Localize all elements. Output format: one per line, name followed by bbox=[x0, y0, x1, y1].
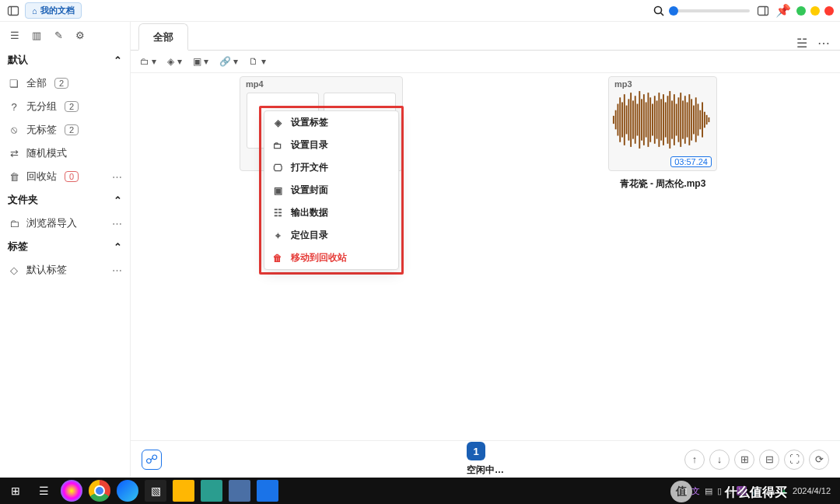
svg-rect-25 bbox=[654, 96, 656, 144]
scroll-up-button[interactable]: ↑ bbox=[684, 450, 705, 470]
chevron-down-icon: ⌃ bbox=[114, 194, 122, 206]
tray-usb-icon[interactable]: ⎋ bbox=[726, 486, 732, 495]
type-filter[interactable]: ▣ ▾ bbox=[193, 56, 208, 67]
ctx-locate-folder[interactable]: ⌖定位目录 bbox=[264, 224, 398, 247]
link-mode-button[interactable]: ☍ bbox=[142, 450, 162, 470]
app2-icon[interactable] bbox=[201, 480, 222, 502]
tray-lang-icon[interactable]: 文 bbox=[691, 485, 700, 497]
maximize-button[interactable] bbox=[810, 6, 820, 16]
ctx-export-data[interactable]: ☷输出数据 bbox=[264, 201, 398, 224]
dashboard-icon[interactable]: ▥ bbox=[30, 28, 44, 42]
brush-icon[interactable]: ✎ bbox=[51, 28, 65, 42]
more-icon[interactable]: ⋯ bbox=[112, 218, 122, 229]
file-filter[interactable]: 🗋 ▾ bbox=[249, 56, 265, 67]
ctx-set-cover[interactable]: ▣设置封面 bbox=[264, 179, 398, 201]
svg-rect-44 bbox=[695, 97, 697, 142]
my-documents-chip[interactable]: ⌂ 我的文档 bbox=[25, 2, 82, 19]
close-button[interactable] bbox=[824, 6, 834, 16]
page-number[interactable]: 1 bbox=[467, 442, 485, 460]
svg-rect-6 bbox=[613, 116, 614, 124]
scroll-down-button[interactable]: ↓ bbox=[709, 450, 730, 470]
section-folders[interactable]: 文件夹 ⌃ bbox=[0, 188, 130, 212]
folder-filter[interactable]: 🗀 ▾ bbox=[140, 56, 156, 67]
app3-icon[interactable] bbox=[229, 480, 250, 502]
all-icon: ❏ bbox=[8, 78, 20, 89]
context-menu-highlight: ◈设置标签 🗀设置目录 🖵打开文件 ▣设置封面 ☷输出数据 ⌖定位目录 🗑移动到… bbox=[259, 106, 404, 275]
task-view-icon[interactable]: ☰ bbox=[33, 480, 54, 502]
panel-icon[interactable] bbox=[756, 4, 770, 18]
svg-rect-7 bbox=[615, 110, 617, 130]
ctx-label: 输出数据 bbox=[291, 206, 328, 219]
type-tag: mp4 bbox=[242, 79, 268, 89]
more-icon[interactable]: ⋯ bbox=[112, 171, 122, 183]
app-icon[interactable]: ▧ bbox=[145, 480, 166, 502]
tag-filter[interactable]: ◈ ▾ bbox=[167, 56, 181, 67]
sidebar-item-label: 随机模式 bbox=[26, 146, 67, 160]
edge-icon[interactable] bbox=[117, 480, 138, 502]
section-tags[interactable]: 标签 ⌃ bbox=[0, 235, 130, 258]
sidebar-item-random[interactable]: ⇄ 随机模式 bbox=[0, 142, 130, 165]
svg-rect-29 bbox=[663, 94, 664, 145]
menu-icon[interactable]: ☰ bbox=[8, 28, 22, 42]
explorer-icon[interactable] bbox=[173, 480, 194, 502]
fullscreen-button[interactable]: ⛶ bbox=[784, 450, 804, 470]
window-controls bbox=[796, 6, 834, 16]
link-filter[interactable]: 🔗 ▾ bbox=[219, 56, 238, 67]
tab-all[interactable]: 全部 bbox=[138, 23, 188, 51]
tray-v-icon[interactable]: V bbox=[737, 486, 747, 495]
ctx-label: 设置目录 bbox=[291, 138, 328, 152]
tray-network-icon[interactable]: ▭ bbox=[767, 486, 775, 496]
media-card-mp3[interactable]: mp3 03:57.24 青花瓷 - 周杰伦.mp3 bbox=[608, 76, 717, 191]
ctx-open-file[interactable]: 🖵打开文件 bbox=[264, 156, 398, 179]
ctx-set-tag[interactable]: ◈设置标签 bbox=[264, 111, 398, 134]
sidebar-item-label: 全部 bbox=[26, 76, 47, 90]
sidebar-item-label: 浏览器导入 bbox=[26, 216, 77, 230]
tag-icon: ◇ bbox=[8, 264, 20, 276]
grid-sparse-button[interactable]: ⊟ bbox=[759, 450, 779, 470]
minimize-button[interactable] bbox=[796, 6, 806, 16]
sidebar-item-trash[interactable]: 🗑 回收站 0 ⋯ bbox=[0, 165, 130, 188]
svg-rect-26 bbox=[656, 100, 658, 138]
gear-icon[interactable]: ⚙ bbox=[73, 28, 87, 42]
start-button[interactable]: ⊞ bbox=[5, 480, 26, 502]
svg-rect-36 bbox=[678, 97, 680, 142]
more-icon[interactable]: ⋯ bbox=[817, 36, 831, 50]
ctx-set-folder[interactable]: 🗀设置目录 bbox=[264, 134, 398, 156]
zoom-slider[interactable] bbox=[672, 9, 750, 12]
sidebar-item-untagged[interactable]: ⦸ 无标签 2 bbox=[0, 118, 130, 142]
tray-icon[interactable]: ▦ bbox=[679, 486, 687, 496]
tray-grid-icon[interactable]: ▤ bbox=[705, 486, 712, 496]
section-default[interactable]: 默认 ⌃ bbox=[0, 48, 130, 72]
count-badge: 2 bbox=[65, 101, 79, 112]
svg-rect-0 bbox=[9, 6, 19, 15]
sidebar-folder-browser-import[interactable]: 🗀 浏览器导入 ⋯ bbox=[0, 212, 130, 235]
svg-rect-16 bbox=[635, 96, 636, 144]
sidebar-item-ungrouped[interactable]: ? 无分组 2 bbox=[0, 95, 130, 118]
svg-rect-40 bbox=[687, 102, 688, 137]
svg-rect-45 bbox=[698, 104, 699, 136]
svg-rect-32 bbox=[669, 91, 670, 149]
ctx-label: 定位目录 bbox=[291, 229, 328, 242]
sidebar-tag-default[interactable]: ◇ 默认标签 ⋯ bbox=[0, 258, 130, 282]
sidebar-toggle-icon[interactable] bbox=[6, 4, 20, 18]
ctx-move-to-trash[interactable]: 🗑移动到回收站 bbox=[264, 247, 398, 269]
section-folders-label: 文件夹 bbox=[8, 193, 38, 207]
tray-panel-icon[interactable]: ▯ bbox=[717, 486, 722, 496]
canvas[interactable]: mp4 C1 04.00 ◈设置标签 🗀设置目录 🖵打开文件 bbox=[131, 73, 840, 440]
svg-rect-8 bbox=[618, 104, 619, 136]
more-icon[interactable]: ⋯ bbox=[112, 264, 122, 276]
pin-icon[interactable]: 📌 bbox=[776, 4, 790, 18]
svg-rect-9 bbox=[619, 97, 621, 142]
refresh-button[interactable]: ⟳ bbox=[809, 450, 829, 470]
grid-dense-button[interactable]: ⊞ bbox=[734, 450, 754, 470]
taskbar-date[interactable]: 2024/4/12 bbox=[793, 486, 831, 495]
tray-shield-icon[interactable]: ▲ bbox=[779, 486, 788, 495]
tray-volume-icon[interactable]: 🔊 bbox=[751, 486, 762, 496]
browser-icon[interactable] bbox=[61, 480, 82, 502]
search-icon[interactable] bbox=[652, 4, 666, 18]
list-settings-icon[interactable]: ☱ bbox=[795, 36, 809, 50]
sidebar-item-all[interactable]: ❏ 全部 2 bbox=[0, 72, 130, 95]
svg-rect-41 bbox=[688, 94, 690, 145]
current-app-icon[interactable] bbox=[257, 480, 278, 502]
chrome-icon[interactable] bbox=[89, 480, 110, 502]
